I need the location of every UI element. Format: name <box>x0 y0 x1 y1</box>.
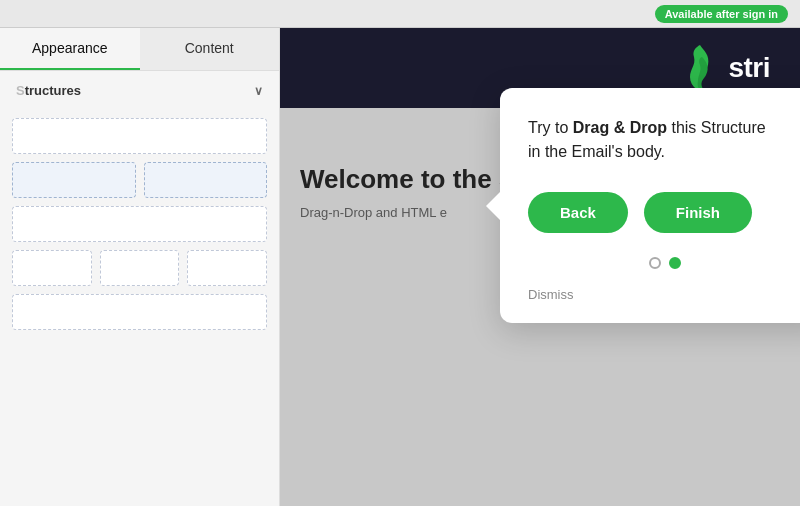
tutorial-popup: Try to Drag & Drop this Structurein the … <box>500 88 800 323</box>
structure-item-single[interactable] <box>12 118 267 154</box>
finish-button[interactable]: Finish <box>644 192 752 233</box>
sidebar-tabs: Appearance Content <box>0 28 279 71</box>
structure-item-third-2[interactable] <box>100 250 180 286</box>
dot-1 <box>649 257 661 269</box>
structure-item-third-1[interactable] <box>12 250 92 286</box>
brand-logo: stri <box>680 43 770 93</box>
tab-content[interactable]: Content <box>140 28 280 70</box>
dot-2 <box>669 257 681 269</box>
dismiss-link[interactable]: Dismiss <box>528 287 574 302</box>
section-header[interactable]: Structures ∨ <box>0 71 279 110</box>
brand-name: stri <box>728 52 770 84</box>
popup-bold: Drag & Drop <box>573 119 667 136</box>
popup-buttons: Back Finish <box>528 192 800 233</box>
chevron-down-icon: ∨ <box>254 84 263 98</box>
back-button[interactable]: Back <box>528 192 628 233</box>
structure-item-full-3[interactable] <box>12 294 267 330</box>
main-layout: Appearance Content Structures ∨ <box>0 28 800 506</box>
popup-title: Try to Drag & Drop this Structurein the … <box>528 116 800 164</box>
content-area: stri Price Welcome to the S Drag-n-Drop … <box>280 28 800 506</box>
struct-row-4 <box>12 250 267 286</box>
popup-container: Try to Drag & Drop this Structurein the … <box>500 88 800 323</box>
top-bar: Available after sign in <box>0 0 800 28</box>
pagination-dots <box>528 257 800 269</box>
struct-row-2 <box>12 162 267 198</box>
struct-row-3 <box>12 206 267 242</box>
structure-item-third-3[interactable] <box>187 250 267 286</box>
brand-logo-icon <box>680 43 720 93</box>
structure-item-half-right[interactable] <box>144 162 268 198</box>
sidebar: Appearance Content Structures ∨ <box>0 28 280 506</box>
structures-grid <box>0 110 279 338</box>
structure-item-half-left[interactable] <box>12 162 136 198</box>
structure-item-full-2[interactable] <box>12 206 267 242</box>
struct-row-1 <box>12 118 267 154</box>
tab-appearance[interactable]: Appearance <box>0 28 140 70</box>
struct-row-5 <box>12 294 267 330</box>
available-badge: Available after sign in <box>655 5 788 23</box>
section-title: Structures <box>16 83 81 98</box>
